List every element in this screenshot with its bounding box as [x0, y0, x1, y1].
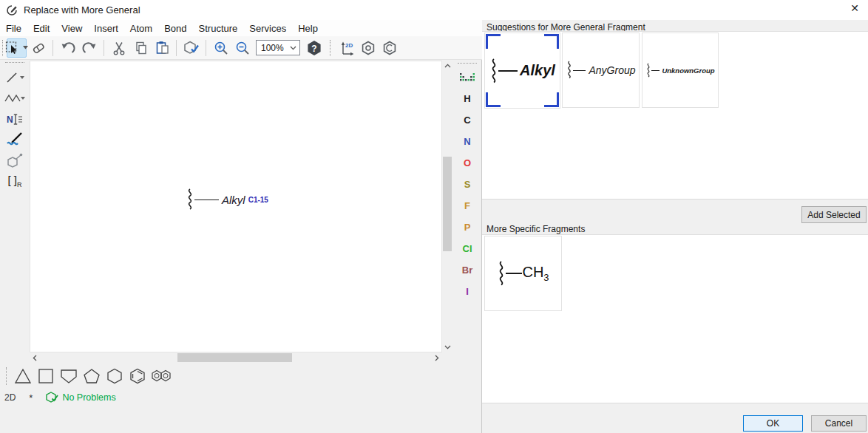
aromatic-ring-button[interactable] [379, 38, 399, 58]
fragment-drawing: CH3 [497, 261, 549, 286]
svg-text:N: N [7, 115, 13, 125]
element-C-button[interactable]: C [452, 109, 482, 131]
drawing-tools-column: N [ ]R [0, 60, 30, 363]
specific-card-ch3[interactable]: CH3 [484, 236, 562, 311]
selection-corner-icon [544, 92, 559, 107]
canvas-horizontal-scrollbar[interactable] [30, 352, 442, 363]
scroll-left-arrow[interactable] [30, 352, 40, 363]
zoom-in-button[interactable] [211, 38, 231, 58]
editor-region: File Edit View Insert Atom Bond Structur… [0, 20, 482, 433]
drawing-canvas[interactable]: Alkyl C1-15 [30, 61, 442, 352]
atom-text-tool-button[interactable]: N [2, 109, 27, 129]
periodic-table-button[interactable] [452, 69, 482, 86]
zoom-out-button[interactable] [232, 38, 252, 58]
select-tool-dropdown-caret [23, 46, 28, 50]
redo-icon [82, 41, 97, 55]
cyclopentane-template-button[interactable] [80, 366, 103, 386]
element-S-button[interactable]: S [452, 174, 482, 195]
element-P-button[interactable]: P [452, 216, 482, 238]
chain-tool-button[interactable] [2, 88, 27, 109]
cut-button[interactable] [109, 38, 129, 58]
chain-zigzag-icon [4, 92, 21, 104]
horizontal-scroll-thumb[interactable] [177, 353, 292, 362]
paste-icon [155, 41, 169, 55]
cyclohexane-template-button[interactable] [103, 366, 126, 386]
element-N-button[interactable]: N [452, 131, 482, 152]
hexagon-check-icon [183, 41, 200, 55]
element-palette: H C N O S F P Cl Br I [452, 60, 482, 363]
element-list: H C N O S F P Cl Br I [452, 88, 482, 302]
selection-corner-icon [486, 34, 501, 49]
eraser-button[interactable] [28, 38, 48, 58]
element-I-button[interactable]: I [452, 281, 482, 302]
scroll-down-arrow[interactable] [442, 342, 452, 352]
svg-text:2D: 2D [345, 41, 353, 48]
element-O-button[interactable]: O [452, 152, 482, 174]
naphthalene-template-button[interactable] [149, 366, 175, 386]
element-Cl-button[interactable]: Cl [452, 238, 482, 259]
scroll-right-arrow[interactable] [432, 352, 442, 363]
cyclopentane-down-template-button[interactable] [57, 366, 80, 386]
toolbar-separator [52, 40, 53, 56]
toolbar-dotted-separator [330, 40, 330, 56]
element-F-button[interactable]: F [452, 195, 482, 216]
zoom-level-value: 100% [261, 43, 284, 53]
menu-help[interactable]: Help [292, 21, 324, 36]
tools-grip[interactable] [5, 62, 24, 63]
add-selected-button[interactable]: Add Selected [801, 206, 867, 223]
sprout-draw-tool-button[interactable] [2, 129, 27, 150]
help-button[interactable]: ? [304, 38, 324, 58]
replace-panel: Suggestions for More General Fragment Al… [482, 20, 868, 433]
modified-indicator: * [29, 392, 33, 403]
redo-button[interactable] [79, 38, 99, 58]
element-Br-button[interactable]: Br [452, 259, 482, 281]
no-problems-hexagon-icon [46, 392, 58, 403]
toolbar-separator [176, 40, 177, 56]
vertical-scroll-thumb[interactable] [443, 157, 452, 251]
clean-2d-button[interactable]: 2D [336, 38, 356, 58]
zoom-level-select[interactable]: 100% [256, 40, 300, 55]
naphthalene-rings-icon [150, 368, 174, 384]
bond-line [573, 70, 586, 71]
suggestion-card-anygroup[interactable]: AnyGroup [562, 33, 640, 108]
bond-tool-button[interactable] [2, 67, 27, 88]
svg-text:?: ? [311, 43, 316, 53]
query-template-tool-button[interactable] [2, 150, 27, 171]
canvas-vertical-scrollbar[interactable] [442, 61, 452, 352]
check-structure-button[interactable] [181, 38, 201, 58]
select-tool-button[interactable] [7, 38, 27, 58]
paste-button[interactable] [152, 38, 172, 58]
toolbar-grip[interactable] [2, 40, 3, 56]
menu-atom[interactable]: Atom [124, 21, 158, 36]
menu-file[interactable]: File [0, 21, 27, 36]
rgroup-bracket-tool-button[interactable]: [ ]R [2, 171, 27, 191]
palette-grip[interactable] [458, 63, 477, 64]
element-H-button[interactable]: H [452, 88, 482, 109]
canvas-fragment-alkyl[interactable]: Alkyl C1-15 [186, 188, 268, 211]
menu-edit[interactable]: Edit [27, 21, 55, 36]
scroll-up-arrow[interactable] [442, 61, 452, 71]
replace-with-more-general-dialog: { "titlebar": { "title": "Replace with M… [0, 0, 868, 433]
cancel-button[interactable]: Cancel [811, 415, 867, 432]
menu-view[interactable]: View [55, 21, 88, 36]
menu-insert[interactable]: Insert [88, 21, 124, 36]
menu-bond[interactable]: Bond [158, 21, 192, 36]
zoom-in-icon [214, 41, 228, 55]
selection-corner-icon [544, 34, 559, 49]
benzene-template-button[interactable] [126, 366, 149, 386]
menu-services[interactable]: Services [243, 21, 292, 36]
fragment-qualifier: C1-15 [248, 196, 268, 204]
ringbar-grip[interactable] [6, 367, 7, 385]
undo-button[interactable] [58, 38, 78, 58]
menu-structure[interactable]: Structure [193, 21, 244, 36]
template-ring-button[interactable] [358, 38, 378, 58]
close-button[interactable]: ✕ [846, 2, 864, 17]
copy-button[interactable] [130, 38, 150, 58]
suggestion-card-alkyl[interactable]: Alkyl [484, 33, 560, 109]
bond-line [194, 200, 219, 200]
bond-line [651, 70, 660, 71]
cyclobutane-template-button[interactable] [34, 366, 57, 386]
cyclopropane-template-button[interactable] [11, 366, 34, 386]
suggestion-card-unknowngroup[interactable]: UnknownGroup [642, 33, 719, 108]
ok-button[interactable]: OK [743, 415, 803, 432]
